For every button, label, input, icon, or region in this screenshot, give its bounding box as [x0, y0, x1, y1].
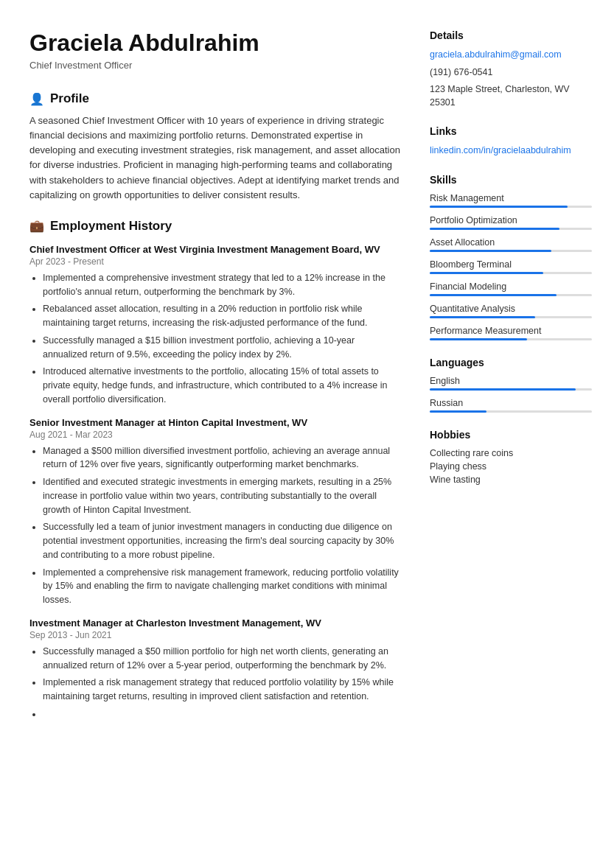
- language-item: English: [430, 376, 592, 391]
- employment-heading: 💼 Employment History: [29, 219, 400, 234]
- skill-name: Portfolio Optimization: [430, 215, 592, 225]
- job-date: Apr 2023 - Present: [29, 256, 400, 267]
- list-item: Implemented a comprehensive risk managem…: [43, 566, 400, 607]
- job-title: Investment Manager at Charleston Investm…: [29, 617, 400, 629]
- list-item: Introduced alternative investments to th…: [43, 365, 400, 406]
- skill-item: Performance Measurement: [430, 326, 592, 340]
- job-bullets: Managed a $500 million diversified inves…: [29, 444, 400, 607]
- skills-section: Skills Risk ManagementPortfolio Optimiza…: [430, 174, 592, 340]
- linkedin-item: linkedin.com/in/gracielaabdulrahim: [430, 144, 592, 158]
- skill-item: Bloomberg Terminal: [430, 259, 592, 274]
- job-bullets: Successfully managed a $50 million portf…: [29, 645, 400, 721]
- list-item: Implemented a risk management strategy t…: [43, 676, 400, 704]
- job-item: Senior Investment Manager at Hinton Capi…: [29, 417, 400, 607]
- hobbies-section: Hobbies Collecting rare coinsPlaying che…: [430, 429, 592, 485]
- skill-bar-bg: [430, 316, 592, 318]
- skill-bar-bg: [430, 206, 592, 208]
- right-column: Details graciela.abdulrahim@gmail.com (1…: [430, 29, 592, 738]
- list-item: [43, 707, 400, 721]
- job-date: Aug 2021 - Mar 2023: [29, 430, 400, 440]
- language-name: Russian: [430, 398, 592, 408]
- list-item: Implemented a comprehensive investment s…: [43, 271, 400, 299]
- language-bar-fill: [430, 388, 576, 391]
- header: Graciela Abdulrahim Chief Investment Off…: [29, 29, 400, 71]
- skill-bar-bg: [430, 272, 592, 274]
- skill-name: Risk Management: [430, 193, 592, 203]
- hobby-item: Collecting rare coins: [430, 448, 592, 458]
- phone-item: (191) 676-0541: [430, 66, 592, 80]
- profile-section: 👤 Profile A seasoned Chief Investment Of…: [29, 91, 400, 203]
- skill-bar-bg: [430, 250, 592, 252]
- profile-text: A seasoned Chief Investment Officer with…: [29, 113, 400, 203]
- skill-item: Risk Management: [430, 193, 592, 208]
- job-item: Chief Investment Officer at West Virgini…: [29, 244, 400, 407]
- hobby-item: Wine tasting: [430, 475, 592, 485]
- candidate-title: Chief Investment Officer: [29, 60, 400, 71]
- list-item: Identified and executed strategic invest…: [43, 475, 400, 517]
- skills-list: Risk ManagementPortfolio OptimizationAss…: [430, 193, 592, 340]
- skills-heading: Skills: [430, 174, 592, 186]
- language-bar-bg: [430, 388, 592, 391]
- links-heading: Links: [430, 125, 592, 137]
- languages-heading: Languages: [430, 357, 592, 368]
- profile-heading: 👤 Profile: [29, 91, 400, 106]
- job-bullets: Implemented a comprehensive investment s…: [29, 271, 400, 407]
- skill-bar-fill: [430, 338, 527, 340]
- list-item: Rebalanced asset allocation, resulting i…: [43, 302, 400, 330]
- skill-item: Quantitative Analysis: [430, 304, 592, 318]
- job-title: Senior Investment Manager at Hinton Capi…: [29, 417, 400, 428]
- language-bar-bg: [430, 410, 592, 413]
- linkedin-link[interactable]: linkedin.com/in/gracielaabdulrahim: [430, 145, 571, 155]
- skill-bar-fill: [430, 294, 557, 296]
- skill-name: Performance Measurement: [430, 326, 592, 336]
- details-heading: Details: [430, 29, 592, 41]
- skill-bar-bg: [430, 228, 592, 230]
- hobby-item: Playing chess: [430, 461, 592, 472]
- address-item: 123 Maple Street, Charleston, WV 25301: [430, 83, 592, 109]
- skill-name: Asset Allocation: [430, 237, 592, 248]
- language-name: English: [430, 376, 592, 386]
- candidate-name: Graciela Abdulrahim: [29, 29, 400, 57]
- profile-icon: 👤: [29, 92, 44, 106]
- list-item: Successfully led a team of junior invest…: [43, 520, 400, 561]
- links-section: Links linkedin.com/in/gracielaabdulrahim: [430, 125, 592, 158]
- skill-bar-fill: [430, 316, 535, 318]
- list-item: Successfully managed a $15 billion inves…: [43, 334, 400, 362]
- hobbies-heading: Hobbies: [430, 429, 592, 441]
- skill-bar-bg: [430, 294, 592, 296]
- employment-icon: 💼: [29, 219, 44, 233]
- skill-item: Asset Allocation: [430, 237, 592, 252]
- email-link[interactable]: graciela.abdulrahim@gmail.com: [430, 49, 562, 60]
- job-title: Chief Investment Officer at West Virgini…: [29, 244, 400, 255]
- skill-bar-fill: [430, 228, 559, 230]
- skill-bar-bg: [430, 338, 592, 340]
- skill-bar-fill: [430, 250, 551, 252]
- employment-section: 💼 Employment History Chief Investment Of…: [29, 219, 400, 721]
- skill-item: Financial Modeling: [430, 281, 592, 296]
- details-section: Details graciela.abdulrahim@gmail.com (1…: [430, 29, 592, 109]
- languages-list: EnglishRussian: [430, 376, 592, 413]
- languages-section: Languages EnglishRussian: [430, 357, 592, 413]
- skill-item: Portfolio Optimization: [430, 215, 592, 230]
- skill-name: Financial Modeling: [430, 281, 592, 292]
- job-date: Sep 2013 - Jun 2021: [29, 630, 400, 640]
- job-item: Investment Manager at Charleston Investm…: [29, 617, 400, 721]
- left-column: Graciela Abdulrahim Chief Investment Off…: [29, 29, 400, 738]
- email-item: graciela.abdulrahim@gmail.com: [430, 49, 592, 62]
- skill-bar-fill: [430, 206, 568, 208]
- language-item: Russian: [430, 398, 592, 413]
- skill-bar-fill: [430, 272, 543, 274]
- list-item: Successfully managed a $50 million portf…: [43, 645, 400, 673]
- skill-name: Bloomberg Terminal: [430, 259, 592, 270]
- list-item: Managed a $500 million diversified inves…: [43, 444, 400, 472]
- hobbies-list: Collecting rare coinsPlaying chessWine t…: [430, 448, 592, 485]
- skill-name: Quantitative Analysis: [430, 304, 592, 314]
- jobs-list: Chief Investment Officer at West Virgini…: [29, 244, 400, 721]
- language-bar-fill: [430, 410, 486, 413]
